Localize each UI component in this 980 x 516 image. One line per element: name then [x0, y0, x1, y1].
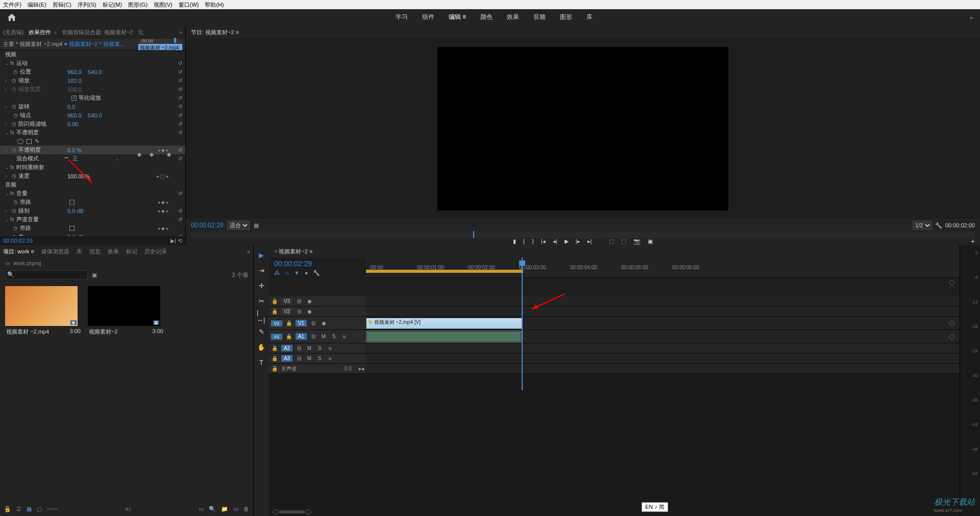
tab-effects[interactable]: 效果 [108, 248, 119, 255]
track-content[interactable]: fx 视频素材 ~2.mp4 [V] [366, 278, 960, 508]
linked-selection-button[interactable]: ∩ [285, 270, 289, 276]
ws-effects[interactable]: 效果 [507, 9, 519, 27]
selection-tool[interactable]: ▶ [257, 250, 266, 260]
menu-sequence[interactable]: 序列(S) [78, 1, 96, 9]
reset-icon[interactable]: ↺ [178, 156, 182, 161]
lock-icon[interactable]: 🔒 [271, 345, 278, 351]
clip-item[interactable]: ▦ 视频素材 ~2.mp43:00 [5, 286, 82, 497]
position-x[interactable]: 960.0 [67, 69, 82, 75]
zoom-slider[interactable]: ○── [47, 506, 58, 512]
ws-learn[interactable]: 学习 [396, 9, 408, 27]
track-select-tool[interactable]: ⇥ [257, 266, 266, 275]
lift-button[interactable]: ⬚ [609, 238, 614, 245]
lock-icon[interactable]: 🔒 [285, 334, 292, 339]
zoom-handle-left[interactable] [273, 509, 278, 514]
menu-marker[interactable]: 标记(M) [103, 1, 122, 9]
ws-audio[interactable]: 音频 [533, 9, 546, 27]
stopwatch-icon[interactable]: ◷ [12, 173, 16, 179]
button-editor-button[interactable]: + [971, 237, 975, 245]
menu-clip[interactable]: 剪辑(C) [53, 1, 71, 9]
anchor-x[interactable]: 960.0 [67, 112, 82, 119]
mark-in-button[interactable]: { [523, 238, 525, 244]
keyframe-nav[interactable]: ◂ ◆ ▸ [158, 200, 169, 205]
track-v2-header[interactable]: 🔒V2⊟◉ [269, 307, 366, 317]
reset-icon[interactable]: ↺ [178, 121, 182, 127]
hand-tool[interactable]: ✋ [257, 342, 266, 351]
tab-libraries[interactable]: 库 [77, 248, 82, 255]
play-only-icon[interactable]: ▶| [170, 238, 176, 244]
reset-icon[interactable]: ↺ [178, 86, 182, 92]
program-timecode[interactable]: 00:00:02:29 [191, 222, 223, 229]
ws-editing[interactable]: 编辑 ≡ [449, 9, 466, 27]
freeform-view-button[interactable]: ▢ [37, 506, 42, 512]
tab-audio-mixer[interactable]: 音频剪辑混合器: 视频素材~2 [62, 29, 133, 36]
eye-icon[interactable]: ◉ [320, 320, 327, 326]
tab-markers[interactable]: 标记 [126, 248, 137, 255]
workspace-overflow-button[interactable]: » [970, 14, 973, 20]
stopwatch-icon[interactable]: ◷ [13, 69, 18, 75]
tab-project[interactable]: 项目: work ≡ [3, 248, 34, 255]
track-a2[interactable] [366, 343, 960, 354]
mute-button[interactable]: M [320, 334, 327, 339]
export-frame-button[interactable]: 📷 [633, 238, 641, 245]
panel-overflow-button[interactable]: » [179, 29, 182, 35]
lock-icon[interactable]: 🔒 [271, 366, 278, 371]
ellipse-mask-icon[interactable] [17, 139, 23, 144]
new-item-button[interactable]: ▭ [233, 506, 238, 512]
lock-icon[interactable]: 🔒 [271, 309, 278, 314]
track-v1-header[interactable]: V1🔒V1⊟◉ [269, 317, 366, 330]
timecode-value[interactable]: 00:00:02:29 [3, 238, 33, 244]
keyframe-nav[interactable]: ◂ ◆ ▸ [158, 226, 169, 231]
fx-channel-volume[interactable]: 声道音量 [16, 216, 39, 223]
work-area-bar[interactable] [366, 270, 523, 273]
pen-tool[interactable]: ✎ [257, 327, 266, 336]
go-to-out-button[interactable]: ▸| [587, 238, 592, 245]
wrench-button[interactable]: 🔧 [313, 270, 320, 276]
playhead-line[interactable] [522, 257, 523, 390]
tab-effect-controls[interactable]: 效果控件 ≡ [29, 29, 56, 36]
list-view-button[interactable]: ☰ [16, 506, 21, 512]
menu-view[interactable]: 视图(V) [154, 1, 173, 9]
level-value[interactable]: 0.0 dB [67, 208, 84, 214]
audio-clip[interactable] [366, 331, 522, 343]
tab-meta[interactable]: 元 [138, 29, 143, 36]
settings-icon[interactable]: ▦ [254, 222, 259, 229]
effect-mini-timeline[interactable]: :00:00 视频素材 ~2.mp4 [138, 39, 182, 50]
wrench-icon[interactable]: 🔧 [935, 222, 942, 229]
ripple-tool[interactable]: ✛ [257, 281, 266, 290]
fit-select[interactable]: 适合 [227, 221, 250, 230]
rect-mask-icon[interactable] [27, 139, 32, 144]
opacity-value[interactable]: 0.0 % [67, 147, 82, 153]
track-v3[interactable] [366, 296, 960, 307]
solo-button[interactable]: S [316, 345, 323, 351]
ws-color[interactable]: 颜色 [480, 9, 493, 27]
lock-icon[interactable]: 🔒 [271, 298, 278, 304]
menu-graphics[interactable]: 图形(G) [128, 1, 148, 9]
tab-history[interactable]: 历史记录 [144, 248, 167, 255]
reset-icon[interactable]: ↺ [178, 60, 182, 66]
track-collapse-icon[interactable] [949, 321, 954, 326]
dropdown-icon[interactable]: ⌄ [115, 156, 119, 161]
stopwatch-icon[interactable]: ◷ [12, 78, 16, 83]
pen-mask-icon[interactable]: ✎ [35, 138, 39, 145]
panel-overflow-button[interactable]: » [247, 248, 250, 254]
stopwatch-icon[interactable]: ◷ [13, 112, 18, 118]
keyframe-nav[interactable]: ◂ ◆ ▸ [158, 234, 169, 237]
keyframe-icon[interactable] [150, 153, 154, 157]
marker-button[interactable]: ▼ [294, 270, 300, 276]
keyframe-nav[interactable]: ◂ ◯ ▸ [156, 174, 169, 179]
reset-icon[interactable]: ↺ [178, 69, 182, 75]
track-v2[interactable] [366, 307, 960, 317]
stopwatch-icon[interactable]: ◷ [12, 121, 16, 127]
track-master-header[interactable]: 🔒主声道0.0▸◂ [269, 364, 366, 374]
track-a3-header[interactable]: 🔒A3⊟MS⊍ [269, 354, 366, 364]
tab-no-clip[interactable]: (无剪辑) [3, 29, 23, 36]
reset-icon[interactable]: ↺ [178, 234, 182, 236]
reset-icon[interactable]: ↺ [178, 147, 182, 153]
clip-thumbnail[interactable]: ▦ [5, 286, 78, 326]
step-forward-button[interactable]: |▸ [576, 238, 580, 245]
reset-icon[interactable]: ↺ [178, 217, 182, 222]
slip-tool[interactable]: |↔| [257, 312, 266, 321]
flicker-value[interactable]: 0.00 [67, 121, 78, 127]
track-a1[interactable] [366, 330, 960, 343]
